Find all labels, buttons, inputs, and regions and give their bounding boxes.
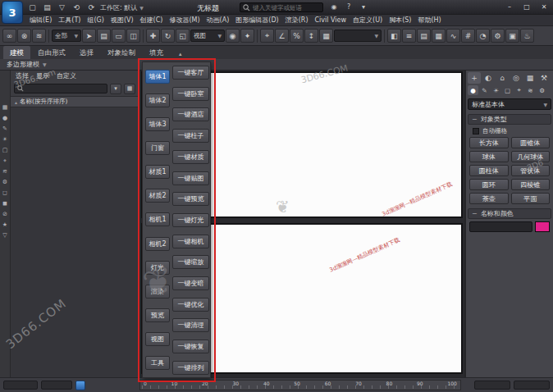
select-and-rotate-icon[interactable]: ↻ xyxy=(161,29,175,43)
mirror-icon[interactable]: ◧ xyxy=(387,29,401,43)
snap-toggle-icon[interactable]: ⌖ xyxy=(260,29,274,43)
scene-explorer-list[interactable] xyxy=(11,107,138,377)
schematic-view-icon[interactable]: # xyxy=(461,29,475,43)
plugin-category-button[interactable]: 相机2 xyxy=(145,237,170,251)
display-frozen-icon[interactable]: ◼ xyxy=(2,201,7,207)
select-by-name-icon[interactable]: ▤ xyxy=(97,29,111,43)
display-favorites-icon[interactable]: ★ xyxy=(2,222,7,228)
new-scene-icon[interactable]: ▢ xyxy=(26,2,39,12)
scene-explorer-menu-item[interactable]: 自定义 xyxy=(57,71,76,80)
plugin-category-button[interactable]: 相机1 xyxy=(145,212,170,226)
redo-icon[interactable]: ⟳ xyxy=(85,2,98,12)
plugin-category-button[interactable]: 材质1 xyxy=(145,165,170,179)
display-tab[interactable]: ▦ xyxy=(523,72,537,84)
selection-filter-dropdown[interactable]: 全部 ▼ xyxy=(52,30,81,42)
hierarchy-tab[interactable]: ⌂ xyxy=(496,72,509,84)
menu-item[interactable]: 渲染(R) xyxy=(282,15,312,26)
utilities-tab[interactable]: ⚒ xyxy=(537,72,551,84)
render-setup-icon[interactable]: ⚙ xyxy=(491,29,505,43)
unlink-selection-icon[interactable]: ⊗ xyxy=(17,29,31,43)
menu-item[interactable]: 动画(A) xyxy=(203,15,233,26)
ribbon-tab[interactable]: 对象绘制 xyxy=(101,46,142,59)
primitive-button[interactable]: 圆柱体 xyxy=(469,165,509,176)
primitive-button[interactable]: 茶壶 xyxy=(469,193,509,204)
plugin-category-button[interactable]: 灯光 xyxy=(145,261,170,275)
primitive-button[interactable]: 几何球体 xyxy=(511,151,551,162)
sign-in-icon[interactable]: ◉ xyxy=(328,2,340,12)
ribbon-tab[interactable]: 选择 xyxy=(73,46,100,59)
curve-editor-icon[interactable]: ∿ xyxy=(446,29,460,43)
modify-tab[interactable]: ◐ xyxy=(482,72,495,84)
display-hidden-icon[interactable]: ⊘ xyxy=(2,212,7,217)
plugin-one-key-button[interactable]: 一键客厅 xyxy=(172,66,209,80)
timeline-ruler[interactable]: 0102030405060708090100 xyxy=(139,380,461,390)
helpers-category-icon[interactable]: ⌖ xyxy=(514,85,524,95)
spinner-snap-icon[interactable]: ↕ xyxy=(304,29,318,43)
ribbon-toggle-icon[interactable]: ▦ xyxy=(432,29,446,43)
display-all-icon[interactable]: ▦ xyxy=(2,105,8,111)
scene-explorer-column-header[interactable]: ▴ 名称(按升序排序) xyxy=(11,96,138,107)
menu-item[interactable]: 组(G) xyxy=(84,15,107,26)
percent-snap-icon[interactable]: % xyxy=(290,29,304,43)
menu-item[interactable]: 工具(T) xyxy=(55,15,84,26)
plugin-one-key-button[interactable]: 一键缩放 xyxy=(172,255,209,269)
display-helpers-icon[interactable]: ⌖ xyxy=(3,158,7,164)
open-file-icon[interactable]: ▤ xyxy=(41,2,53,12)
plugin-one-key-button[interactable]: 一键灯光 xyxy=(172,213,209,227)
plugin-one-key-button[interactable]: 一键贴图 xyxy=(172,171,209,185)
status-field[interactable] xyxy=(41,381,72,390)
scene-explorer-menu-item[interactable]: 选择 xyxy=(16,71,29,80)
display-groups-icon[interactable]: ◻ xyxy=(2,190,7,196)
select-and-scale-icon[interactable]: ◱ xyxy=(176,29,190,43)
status-field[interactable] xyxy=(474,381,510,390)
scene-explorer-menu-item[interactable]: 显示 xyxy=(36,71,49,80)
undo-icon[interactable]: ⟲ xyxy=(71,2,83,12)
ribbon-tab[interactable]: 建模 xyxy=(3,46,30,59)
object-name-input[interactable] xyxy=(469,221,532,232)
window-crossing-icon[interactable]: ◫ xyxy=(126,29,140,43)
plugin-category-button[interactable]: 墙体2 xyxy=(145,93,170,107)
menu-item[interactable]: 图形编辑器(D) xyxy=(232,15,281,26)
workspace-dropdown[interactable]: 工作区: 默认 ▼ xyxy=(100,3,144,12)
plugin-one-key-button[interactable]: 一键排列 xyxy=(172,361,209,375)
plugin-category-button[interactable]: 渲染 xyxy=(145,285,170,299)
use-pivot-center-icon[interactable]: ◉ xyxy=(226,29,240,43)
primitive-button[interactable]: 圆环 xyxy=(469,179,509,190)
menu-item[interactable]: 帮助(H) xyxy=(414,15,444,26)
save-file-icon[interactable]: ▽ xyxy=(56,2,68,12)
help-icon[interactable]: ? xyxy=(343,2,354,12)
primitive-button[interactable]: 球体 xyxy=(469,151,509,162)
plugin-one-key-button[interactable]: 一键酒店 xyxy=(172,107,209,121)
select-object-icon[interactable]: ➤ xyxy=(82,29,96,43)
restore-icon[interactable]: □ xyxy=(520,2,533,12)
primitive-button[interactable]: 长方体 xyxy=(469,137,509,148)
angle-snap-icon[interactable]: ∠ xyxy=(275,29,289,43)
plugin-one-key-button[interactable]: 一键清理 xyxy=(172,318,209,332)
status-field[interactable] xyxy=(514,381,550,390)
menu-item[interactable]: 修改器(M) xyxy=(166,15,203,26)
space-warps-category-icon[interactable]: ≋ xyxy=(525,85,536,95)
primitive-type-dropdown[interactable]: 标准基本体 ▼ xyxy=(468,98,551,110)
ribbon-tab[interactable]: 填充 xyxy=(143,46,170,59)
plugin-category-button[interactable]: 工具 xyxy=(145,356,170,370)
align-icon[interactable]: ≡ xyxy=(402,29,416,43)
lights-category-icon[interactable]: ☀ xyxy=(491,85,501,95)
ribbon-collapse-icon[interactable]: ▴ xyxy=(176,49,185,59)
bind-to-space-warp-icon[interactable]: ≋ xyxy=(32,29,46,43)
material-editor-icon[interactable]: ◔ xyxy=(476,29,490,43)
motion-tab[interactable]: ◎ xyxy=(510,72,523,84)
plugin-one-key-button[interactable]: 一键预览 xyxy=(172,192,209,206)
close-icon[interactable]: ✕ xyxy=(537,2,551,12)
geometry-category-icon[interactable]: ● xyxy=(468,85,478,95)
plugin-category-button[interactable]: 墙体3 xyxy=(145,117,170,131)
se-filter-icon[interactable]: ▾ xyxy=(110,84,121,94)
layer-manager-icon[interactable]: ▤ xyxy=(417,29,431,43)
status-field[interactable] xyxy=(3,381,38,390)
systems-category-icon[interactable]: ⚙ xyxy=(537,85,547,95)
object-type-rollout[interactable]: − 对象类型 xyxy=(468,114,551,125)
plugin-one-key-button[interactable]: 一键材质 xyxy=(172,150,209,164)
plugin-one-key-button[interactable]: 一键恢复 xyxy=(172,340,209,353)
name-color-rollout[interactable]: − 名称和颜色 xyxy=(468,208,551,219)
create-tab[interactable]: + xyxy=(468,72,481,84)
object-color-swatch[interactable] xyxy=(535,221,550,232)
